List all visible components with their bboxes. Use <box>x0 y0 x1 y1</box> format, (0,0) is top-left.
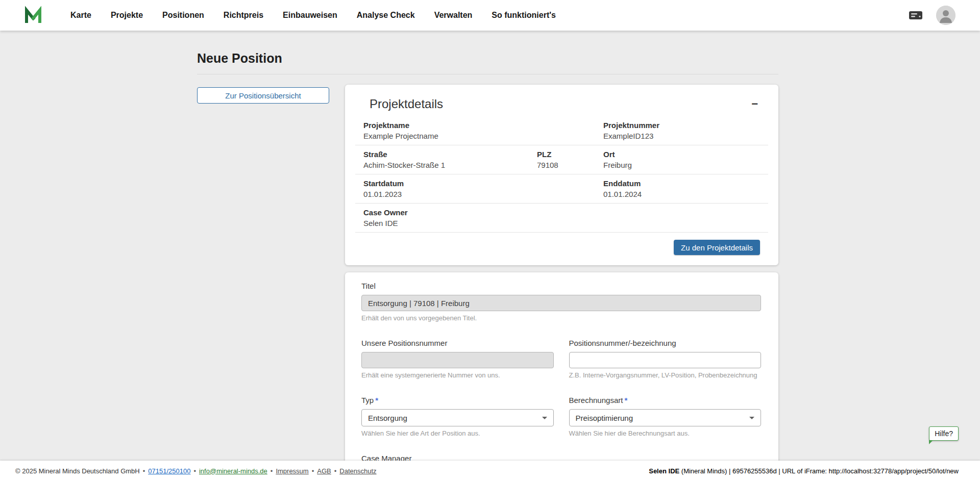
typ-label-text: Typ <box>361 396 374 404</box>
chevron-down-icon <box>749 417 754 419</box>
topbar-right-icons <box>909 6 955 25</box>
field-label: Startdatum <box>363 179 587 188</box>
phone-link[interactable]: 07151/250100 <box>148 467 190 475</box>
nav-item-karte[interactable]: Karte <box>70 11 91 20</box>
positionsnummer-helper-text: Z.B. Interne-Vorgangsnummer, LV-Position… <box>569 371 762 379</box>
nav-item-richtpreis[interactable]: Richtpreis <box>224 11 263 20</box>
separator: • <box>334 467 337 475</box>
typ-selected-value: Entsorgung <box>368 414 407 422</box>
footer: © 2025 Mineral Minds Deutschland GmbH • … <box>0 461 980 481</box>
project-details-table: Projektname Example Projectname Projektn… <box>355 116 768 233</box>
field-ort: Ort Freiburg <box>595 145 768 174</box>
field-plz: PLZ 79108 <box>529 145 595 174</box>
field-startdatum: Startdatum 01.01.2023 <box>355 174 595 203</box>
footer-user-name: Selen IDE <box>649 467 679 475</box>
field-label: PLZ <box>537 149 587 159</box>
positionsnummer-input[interactable] <box>569 352 762 368</box>
berechnungsart-select[interactable]: Preisoptimierung <box>569 409 762 426</box>
separator: • <box>271 467 273 475</box>
field-value: 01.01.2024 <box>603 189 760 199</box>
nav-item-so-funktionierts[interactable]: So funktioniert's <box>492 11 556 20</box>
separator: • <box>193 467 196 475</box>
top-navigation-bar: Karte Projekte Positionen Richtpreis Ein… <box>0 0 980 31</box>
field-label: Ort <box>603 149 760 159</box>
unsere-positionsnummer-input <box>361 352 554 368</box>
agb-link[interactable]: AGB <box>317 467 331 475</box>
field-label: Case Owner <box>363 208 760 217</box>
go-to-project-details-button[interactable]: Zu den Projektdetails <box>674 240 760 255</box>
berechnungsart-label: Berechnungsart* <box>569 396 762 405</box>
email-link[interactable]: info@mineral-minds.de <box>199 467 267 475</box>
field-label: Projektnummer <box>603 120 760 130</box>
unsere-positionsnummer-label: Unsere Positionsnummer <box>361 339 554 348</box>
nav-item-analyse-check[interactable]: Analyse Check <box>357 11 415 20</box>
person-icon <box>936 6 955 25</box>
field-projektnummer: Projektnummer ExampleID123 <box>595 116 768 145</box>
separator: • <box>143 467 145 475</box>
footer-session-info: Selen IDE (Mineral Minds) | 69576255536d… <box>649 467 959 475</box>
typ-field-group: Typ* Entsorgung Wählen Sie hier die Art … <box>361 396 554 438</box>
field-label: Enddatum <box>603 179 760 188</box>
table-row: Startdatum 01.01.2023 Enddatum 01.01.202… <box>355 174 768 204</box>
chevron-down-icon <box>542 417 547 419</box>
table-row: Case Owner Selen IDE <box>355 204 768 233</box>
typ-select[interactable]: Entsorgung <box>361 409 554 426</box>
user-avatar[interactable] <box>936 6 955 25</box>
datenschutz-link[interactable]: Datenschutz <box>339 467 376 475</box>
page-header: Neue Position <box>197 31 778 74</box>
titel-helper-text: Erhält den von uns vorgegebenen Titel. <box>361 314 761 322</box>
right-column: Projektdetails − Projektname Example Pro… <box>345 85 778 481</box>
page-content: Neue Position Zur Positionsübersicht Pro… <box>197 31 778 481</box>
field-value: Selen IDE <box>363 218 760 228</box>
nav-item-projekte[interactable]: Projekte <box>111 11 143 20</box>
unsere-positionsnummer-helper-text: Erhält eine systemgenerierte Nummer von … <box>361 371 554 379</box>
project-details-card: Projektdetails − Projektname Example Pro… <box>345 85 778 265</box>
nav-item-einbauweisen[interactable]: Einbauweisen <box>283 11 337 20</box>
berechnungsart-helper-text: Wählen Sie hier die Berechnungsart aus. <box>569 429 762 438</box>
required-asterisk: * <box>624 396 627 404</box>
help-button[interactable]: Hilfe? <box>929 426 959 441</box>
footer-session-text: (Mineral Minds) | 69576255536d | URL of … <box>679 467 959 475</box>
titel-input <box>361 295 761 311</box>
unsere-positionsnummer-field-group: Unsere Positionsnummer Erhält eine syste… <box>361 339 554 379</box>
titel-label: Titel <box>361 282 761 291</box>
berechnungsart-selected-value: Preisoptimierung <box>576 414 633 422</box>
nav-item-positionen[interactable]: Positionen <box>162 11 204 20</box>
required-asterisk: * <box>375 396 378 404</box>
field-enddatum: Enddatum 01.01.2024 <box>595 174 768 203</box>
field-value: Achim-Stocker-Straße 1 <box>363 160 521 170</box>
project-details-title: Projektdetails <box>370 97 443 111</box>
field-value: 79108 <box>537 160 587 170</box>
berechnungsart-field-group: Berechnungsart* Preisoptimierung Wählen … <box>569 396 762 438</box>
typ-label: Typ* <box>361 396 554 405</box>
mineral-minds-logo[interactable] <box>22 5 44 26</box>
field-value: 01.01.2023 <box>363 189 587 199</box>
nav-item-verwalten[interactable]: Verwalten <box>434 11 473 20</box>
main-nav: Karte Projekte Positionen Richtpreis Ein… <box>70 11 909 20</box>
positionsnummer-label: Positionsnummer/-bezeichnung <box>569 339 762 348</box>
logo-m-icon <box>23 5 43 26</box>
server-icon[interactable] <box>909 10 923 21</box>
titel-field-group: Titel Erhält den von uns vorgegebenen Ti… <box>361 282 761 322</box>
field-strasse: Straße Achim-Stocker-Straße 1 <box>355 145 529 174</box>
back-to-positions-button[interactable]: Zur Positionsübersicht <box>197 87 329 104</box>
footer-left: © 2025 Mineral Minds Deutschland GmbH • … <box>15 467 377 475</box>
separator: • <box>312 467 314 475</box>
field-value: Freiburg <box>603 160 760 170</box>
collapse-icon[interactable]: − <box>751 97 758 111</box>
field-projektname: Projektname Example Projectname <box>355 116 595 145</box>
table-row: Projektname Example Projectname Projektn… <box>355 116 768 145</box>
field-value: ExampleID123 <box>603 131 760 141</box>
typ-helper-text: Wählen Sie hier die Art der Position aus… <box>361 429 554 438</box>
field-label: Projektname <box>363 120 587 130</box>
berechnungsart-label-text: Berechnungsart <box>569 396 623 404</box>
field-label: Straße <box>363 149 521 159</box>
new-position-form-card: Titel Erhält den von uns vorgegebenen Ti… <box>345 272 778 481</box>
positionsnummer-field-group: Positionsnummer/-bezeichnung Z.B. Intern… <box>569 339 762 379</box>
field-value: Example Projectname <box>363 131 587 141</box>
impressum-link[interactable]: Impressum <box>276 467 308 475</box>
left-column: Zur Positionsübersicht <box>197 85 329 104</box>
field-case-owner: Case Owner Selen IDE <box>355 204 768 232</box>
copyright-text: © 2025 Mineral Minds Deutschland GmbH <box>15 467 140 475</box>
page-title: Neue Position <box>197 51 778 66</box>
